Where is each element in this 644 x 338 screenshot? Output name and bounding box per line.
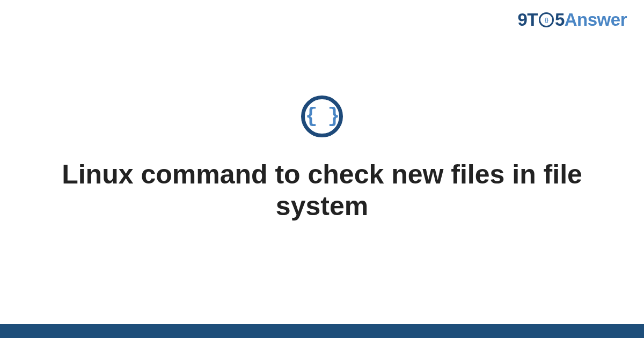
logo-o-inner-braces: {} [545,17,548,23]
logo-o-ring: {} [539,12,554,27]
bottom-bar [0,324,644,338]
logo-o-icon: {} [538,12,554,28]
page-title: Linux command to check new files in file… [59,159,585,222]
logo-five: 5 [555,10,565,30]
icon-container: { } [0,95,644,137]
code-braces-icon: { } [301,95,343,137]
code-braces-glyph: { } [305,106,339,127]
logo-answer: Answer [565,10,627,30]
main-content: { } Linux command to check new files in … [0,95,644,222]
logo-nine: 9 [517,10,527,30]
site-logo[interactable]: 9 T {} 5 Answer [517,10,627,30]
logo-t: T [527,10,538,30]
